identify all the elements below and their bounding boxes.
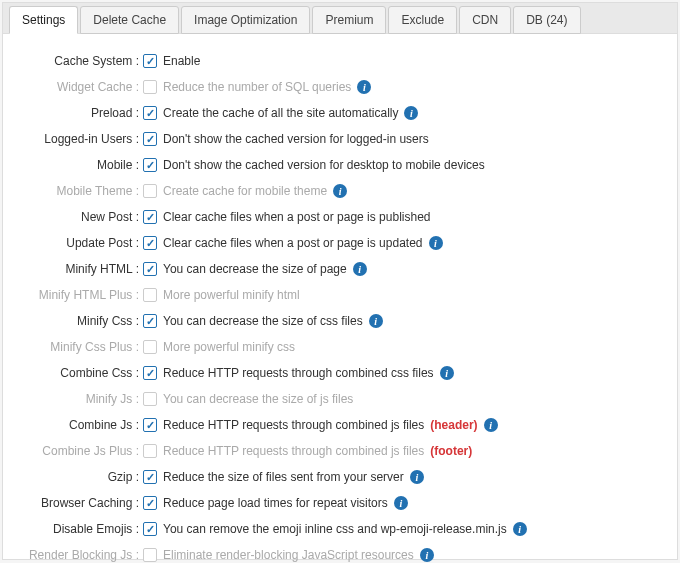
desc-minify_css: You can decrease the size of css files <box>163 314 363 328</box>
row-disable_emojis: Disable Emojis :You can remove the emoji… <box>3 518 655 540</box>
control-gzip: Reduce the size of files sent from your … <box>143 470 655 484</box>
checkbox-gzip[interactable] <box>143 470 157 484</box>
desc-minify_html_p: More powerful minify html <box>163 288 300 302</box>
checkbox-combine_css[interactable] <box>143 366 157 380</box>
control-mobile: Don't show the cached version for deskto… <box>143 158 655 172</box>
row-preload: Preload :Create the cache of all the sit… <box>3 102 655 124</box>
tab-settings[interactable]: Settings <box>9 6 78 34</box>
checkbox-combine_js[interactable] <box>143 418 157 432</box>
desc-widget_cache: Reduce the number of SQL queries <box>163 80 351 94</box>
row-mobile_theme: Mobile Theme :Create cache for mobile th… <box>3 180 655 202</box>
row-combine_js: Combine Js :Reduce HTTP requests through… <box>3 414 655 436</box>
row-combine_css: Combine Css :Reduce HTTP requests throug… <box>3 362 655 384</box>
info-icon[interactable]: i <box>484 418 498 432</box>
checkbox-minify_css[interactable] <box>143 314 157 328</box>
desc-combine_css: Reduce HTTP requests through combined cs… <box>163 366 434 380</box>
tab-premium[interactable]: Premium <box>312 6 386 34</box>
info-icon[interactable]: i <box>353 262 367 276</box>
control-mobile_theme: Create cache for mobile themei <box>143 184 655 198</box>
tab-cdn[interactable]: CDN <box>459 6 511 34</box>
desc-browser_cache: Reduce page load times for repeat visito… <box>163 496 388 510</box>
desc-mobile_theme: Create cache for mobile theme <box>163 184 327 198</box>
desc-render_block: Eliminate render-blocking JavaScript res… <box>163 548 414 562</box>
row-logged_in: Logged-in Users :Don't show the cached v… <box>3 128 655 150</box>
label-update_post: Update Post : <box>3 236 143 250</box>
control-minify_html_p: More powerful minify html <box>143 288 655 302</box>
checkbox-render_block <box>143 548 157 562</box>
tab-exclude[interactable]: Exclude <box>388 6 457 34</box>
control-minify_css_p: More powerful minify css <box>143 340 655 354</box>
desc-update_post: Clear cache files when a post or page is… <box>163 236 423 250</box>
control-combine_js_p: Reduce HTTP requests through combined js… <box>143 444 655 458</box>
row-minify_css: Minify Css :You can decrease the size of… <box>3 310 655 332</box>
label-minify_html_p: Minify HTML Plus : <box>3 288 143 302</box>
checkbox-preload[interactable] <box>143 106 157 120</box>
extra-combine_js_p: (footer) <box>430 444 472 458</box>
info-icon[interactable]: i <box>429 236 443 250</box>
info-icon[interactable]: i <box>404 106 418 120</box>
tabs-bar: SettingsDelete CacheImage OptimizationPr… <box>3 3 677 34</box>
info-icon[interactable]: i <box>333 184 347 198</box>
label-gzip: Gzip : <box>3 470 143 484</box>
checkbox-browser_cache[interactable] <box>143 496 157 510</box>
label-widget_cache: Widget Cache : <box>3 80 143 94</box>
checkbox-widget_cache <box>143 80 157 94</box>
row-update_post: Update Post :Clear cache files when a po… <box>3 232 655 254</box>
label-minify_js: Minify Js : <box>3 392 143 406</box>
desc-preload: Create the cache of all the site automat… <box>163 106 398 120</box>
row-minify_css_p: Minify Css Plus :More powerful minify cs… <box>3 336 655 358</box>
info-icon[interactable]: i <box>410 470 424 484</box>
checkbox-disable_emojis[interactable] <box>143 522 157 536</box>
checkbox-minify_html[interactable] <box>143 262 157 276</box>
info-icon[interactable]: i <box>420 548 434 562</box>
info-icon[interactable]: i <box>369 314 383 328</box>
label-disable_emojis: Disable Emojis : <box>3 522 143 536</box>
control-update_post: Clear cache files when a post or page is… <box>143 236 655 250</box>
info-icon[interactable]: i <box>357 80 371 94</box>
checkbox-mobile_theme <box>143 184 157 198</box>
checkbox-new_post[interactable] <box>143 210 157 224</box>
desc-minify_html: You can decrease the size of page <box>163 262 347 276</box>
control-minify_html: You can decrease the size of pagei <box>143 262 655 276</box>
row-new_post: New Post :Clear cache files when a post … <box>3 206 655 228</box>
info-icon[interactable]: i <box>513 522 527 536</box>
label-minify_css: Minify Css : <box>3 314 143 328</box>
desc-minify_css_p: More powerful minify css <box>163 340 295 354</box>
info-icon[interactable]: i <box>440 366 454 380</box>
desc-gzip: Reduce the size of files sent from your … <box>163 470 404 484</box>
control-minify_js: You can decrease the size of js files <box>143 392 655 406</box>
control-new_post: Clear cache files when a post or page is… <box>143 210 655 224</box>
control-logged_in: Don't show the cached version for logged… <box>143 132 655 146</box>
desc-combine_js_p: Reduce HTTP requests through combined js… <box>163 444 424 458</box>
desc-logged_in: Don't show the cached version for logged… <box>163 132 429 146</box>
tab-db-24[interactable]: DB (24) <box>513 6 580 34</box>
label-combine_css: Combine Css : <box>3 366 143 380</box>
row-minify_html_p: Minify HTML Plus :More powerful minify h… <box>3 284 655 306</box>
row-browser_cache: Browser Caching :Reduce page load times … <box>3 492 655 514</box>
row-minify_js: Minify Js :You can decrease the size of … <box>3 388 655 410</box>
checkbox-cache_system[interactable] <box>143 54 157 68</box>
control-combine_js: Reduce HTTP requests through combined js… <box>143 418 655 432</box>
control-cache_system: Enable <box>143 54 655 68</box>
checkbox-update_post[interactable] <box>143 236 157 250</box>
label-mobile_theme: Mobile Theme : <box>3 184 143 198</box>
desc-disable_emojis: You can remove the emoji inline css and … <box>163 522 507 536</box>
info-icon[interactable]: i <box>394 496 408 510</box>
checkbox-mobile[interactable] <box>143 158 157 172</box>
extra-combine_js: (header) <box>430 418 477 432</box>
tab-image-optimization[interactable]: Image Optimization <box>181 6 310 34</box>
control-minify_css: You can decrease the size of css filesi <box>143 314 655 328</box>
control-render_block: Eliminate render-blocking JavaScript res… <box>143 548 655 562</box>
label-new_post: New Post : <box>3 210 143 224</box>
tab-delete-cache[interactable]: Delete Cache <box>80 6 179 34</box>
label-combine_js: Combine Js : <box>3 418 143 432</box>
checkbox-minify_css_p <box>143 340 157 354</box>
row-gzip: Gzip :Reduce the size of files sent from… <box>3 466 655 488</box>
label-logged_in: Logged-in Users : <box>3 132 143 146</box>
checkbox-logged_in[interactable] <box>143 132 157 146</box>
desc-minify_js: You can decrease the size of js files <box>163 392 353 406</box>
control-disable_emojis: You can remove the emoji inline css and … <box>143 522 655 536</box>
label-mobile: Mobile : <box>3 158 143 172</box>
desc-mobile: Don't show the cached version for deskto… <box>163 158 485 172</box>
control-combine_css: Reduce HTTP requests through combined cs… <box>143 366 655 380</box>
